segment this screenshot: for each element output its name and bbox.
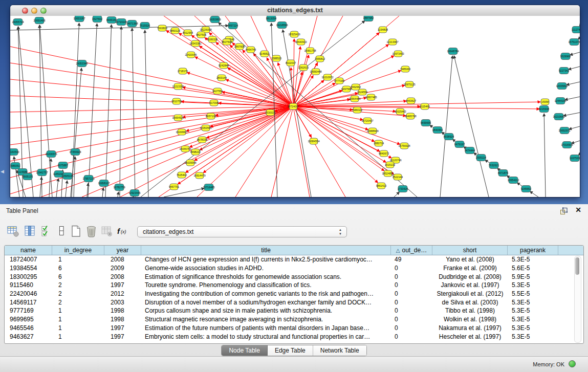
table-row[interactable]: 946362711997Embryonic stem cells: a mode… bbox=[5, 332, 583, 341]
network-edge[interactable] bbox=[293, 106, 384, 171]
table-row[interactable]: 1456911722003Disruption of a novel membe… bbox=[5, 298, 583, 307]
network-node[interactable]: 9329966 bbox=[560, 53, 571, 60]
table-row[interactable]: 2242004622012Investigating the contribut… bbox=[5, 290, 583, 298]
network-edge[interactable] bbox=[118, 192, 119, 197]
tab-network-table[interactable]: Network Table bbox=[313, 345, 366, 356]
network-edge[interactable] bbox=[120, 27, 121, 197]
network-node[interactable]: 1362615 bbox=[298, 64, 309, 71]
network-edge[interactable] bbox=[570, 52, 580, 55]
column-header-name[interactable]: name bbox=[5, 246, 52, 255]
network-node[interactable]: 9463627 bbox=[406, 98, 416, 104]
table-row[interactable]: 1938455462009Genome-wide association stu… bbox=[5, 264, 583, 273]
network-node[interactable]: 10653287 bbox=[73, 16, 85, 22]
network-node[interactable]: 9115460 bbox=[420, 103, 430, 110]
network-edge[interactable] bbox=[567, 82, 580, 85]
network-node[interactable]: 16648784 bbox=[447, 48, 459, 55]
network-node[interactable]: 9699695 bbox=[421, 120, 431, 126]
network-node[interactable]: 18325419 bbox=[288, 31, 300, 37]
network-node[interactable]: 1733426 bbox=[398, 186, 408, 192]
network-edge[interactable] bbox=[440, 56, 452, 197]
close-window-button[interactable] bbox=[22, 8, 28, 14]
network-node[interactable]: 585051 bbox=[11, 163, 20, 169]
network-node[interactable]: 1880724 bbox=[374, 140, 384, 146]
network-node[interactable]: 9827505 bbox=[196, 32, 206, 38]
network-node[interactable]: 7857224 bbox=[228, 23, 238, 29]
network-node[interactable]: 1527602 bbox=[92, 16, 102, 23]
network-node[interactable]: 8813054 bbox=[266, 16, 276, 22]
network-node[interactable]: 20691406 bbox=[33, 17, 45, 24]
column-header-title[interactable]: title bbox=[141, 246, 391, 255]
network-node[interactable]: 14671368 bbox=[126, 20, 138, 27]
network-node[interactable]: 8498222 bbox=[190, 149, 201, 155]
network-node[interactable]: 9375887 bbox=[58, 162, 68, 169]
network-node[interactable]: 1840954 bbox=[432, 127, 443, 134]
network-node[interactable]: 19495768 bbox=[404, 113, 416, 119]
network-canvas[interactable]: 1872400724055724206914061065328715276028… bbox=[10, 16, 580, 197]
network-node[interactable]: 2887682 bbox=[363, 16, 374, 21]
column-header-short[interactable]: short bbox=[432, 246, 508, 255]
tab-node-table[interactable]: Node Table bbox=[222, 345, 268, 356]
network-node[interactable]: 6479197 bbox=[454, 141, 465, 148]
network-edge[interactable] bbox=[10, 26, 228, 30]
network-node[interactable]: 16782759 bbox=[113, 184, 125, 191]
network-node[interactable]: 7485063 bbox=[400, 66, 410, 72]
network-node[interactable]: 29053346 bbox=[76, 60, 88, 67]
network-edge[interactable] bbox=[394, 192, 399, 197]
network-edge[interactable] bbox=[10, 106, 293, 145]
column-header-year[interactable]: year bbox=[104, 246, 141, 255]
network-node[interactable]: 16053809 bbox=[209, 16, 221, 23]
network-node[interactable]: 16961758 bbox=[304, 48, 316, 54]
network-node[interactable]: 19384554 bbox=[308, 138, 319, 144]
network-edge[interactable] bbox=[569, 126, 580, 129]
network-edge[interactable] bbox=[132, 28, 135, 197]
network-node[interactable]: 7515526 bbox=[140, 23, 150, 29]
table-row[interactable]: 1872400712008Changes of HCN gene express… bbox=[5, 255, 583, 264]
table-row[interactable]: 969969511998Structural magnetic resonanc… bbox=[5, 315, 583, 324]
network-node[interactable]: 10654112 bbox=[508, 177, 519, 184]
toggle-rows-icon[interactable] bbox=[55, 225, 68, 238]
network-node[interactable]: 7663822 bbox=[157, 25, 167, 31]
network-node[interactable]: 15958 bbox=[541, 99, 549, 105]
network-node[interactable]: 9840672 bbox=[379, 150, 389, 157]
float-panel-icon[interactable] bbox=[560, 207, 568, 215]
network-node[interactable]: 13505135 bbox=[61, 173, 73, 180]
network-node[interactable]: 9474444 bbox=[465, 147, 475, 154]
panel-collapse-arrow[interactable]: ◀ bbox=[1, 169, 4, 174]
network-node[interactable]: 8215938 bbox=[539, 106, 549, 113]
column-header-out_de[interactable]: △out_de… bbox=[391, 246, 432, 255]
network-window[interactable]: citations_edges.txt 18724007240557242069… bbox=[10, 5, 580, 197]
network-node[interactable]: 8471876 bbox=[498, 170, 508, 177]
network-node[interactable]: 12213967 bbox=[386, 39, 398, 45]
network-node[interactable]: 1810755 bbox=[171, 98, 182, 104]
network-node[interactable]: 2522144 bbox=[393, 174, 403, 180]
network-node[interactable]: 15756928 bbox=[398, 143, 410, 149]
zoom-window-button[interactable] bbox=[40, 8, 47, 14]
network-node[interactable]: 9777169 bbox=[334, 78, 344, 84]
network-edge[interactable] bbox=[105, 25, 112, 197]
network-edge[interactable] bbox=[293, 102, 540, 106]
network-edge[interactable] bbox=[66, 181, 67, 197]
network-node[interactable]: 12035822 bbox=[556, 83, 568, 90]
network-node[interactable]: 2935114 bbox=[476, 155, 486, 161]
network-node[interactable]: 16958107 bbox=[98, 180, 110, 187]
network-node[interactable]: 1112744 bbox=[572, 27, 580, 33]
network-node[interactable]: 15751074 bbox=[568, 39, 580, 46]
network-node[interactable]: 17359924 bbox=[69, 149, 81, 156]
network-edge[interactable] bbox=[544, 114, 546, 197]
create-table-icon[interactable] bbox=[70, 225, 82, 238]
network-node[interactable]: 2718176 bbox=[178, 68, 188, 74]
network-node[interactable]: 9245652 bbox=[521, 186, 531, 192]
network-node[interactable]: 8938924 bbox=[444, 134, 454, 140]
network-node[interactable]: 12923446 bbox=[128, 190, 140, 196]
network-edge[interactable] bbox=[56, 179, 58, 197]
network-node[interactable]: 9827508 bbox=[222, 39, 232, 45]
network-node[interactable]: 9227342 bbox=[559, 68, 569, 74]
function-builder-icon[interactable]: f (x) bbox=[116, 225, 128, 238]
memory-status-indicator[interactable] bbox=[569, 360, 576, 367]
tab-edge-table[interactable]: Edge Table bbox=[268, 345, 313, 356]
network-node[interactable]: 5905135 bbox=[23, 173, 33, 180]
network-node[interactable]: 8186328 bbox=[207, 36, 217, 42]
network-node[interactable]: 16640910 bbox=[295, 39, 307, 45]
network-edge[interactable] bbox=[569, 67, 580, 70]
select-visible-columns-icon[interactable] bbox=[40, 225, 53, 238]
